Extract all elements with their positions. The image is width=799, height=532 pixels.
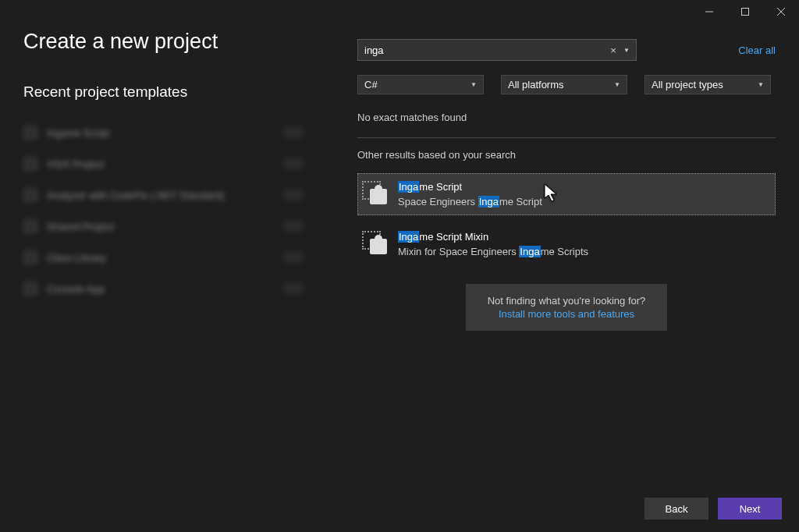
search-box[interactable]: × ▼ (357, 39, 637, 61)
recent-template-label: VSIX Project (47, 158, 273, 170)
language-filter[interactable]: C# ▼ (357, 75, 484, 94)
search-dropdown-icon[interactable]: ▼ (622, 47, 636, 54)
chevron-down-icon: ▼ (758, 81, 764, 88)
minimize-button[interactable] (691, 0, 727, 23)
install-tools-prompt: Not finding what you're looking for? Ins… (466, 284, 668, 331)
language-badge (282, 282, 304, 295)
project-type-filter-label: All project types (652, 79, 723, 90)
next-button[interactable]: Next (718, 498, 782, 520)
template-icon (364, 183, 387, 206)
result-title: Ingame Script (398, 181, 542, 193)
language-badge (282, 251, 304, 264)
search-result-item[interactable]: Ingame Script Mixin Mixin for Space Engi… (357, 223, 776, 265)
close-button[interactable] (763, 0, 799, 23)
chevron-down-icon: ▼ (471, 81, 477, 88)
recent-template-item[interactable]: Ingame Script (23, 126, 336, 140)
chevron-down-icon: ▼ (614, 81, 620, 88)
recent-templates-heading: Recent project templates (23, 83, 336, 101)
recent-template-item[interactable]: VSIX Project (23, 157, 336, 171)
recent-template-item[interactable]: Shared Project (23, 219, 336, 233)
prompt-text: Not finding what you're looking for? (488, 295, 646, 307)
recent-template-item[interactable]: Console App (23, 282, 336, 296)
other-results-heading: Other results based on your search (357, 149, 776, 161)
language-badge (282, 126, 304, 139)
template-icon (23, 250, 37, 264)
recent-template-label: Console App (47, 283, 273, 295)
language-badge (282, 189, 304, 201)
search-input[interactable] (358, 41, 605, 59)
recent-template-label: Class Library (47, 252, 273, 264)
recent-template-label: Analyzer with CodeFix (.NET Standard) (47, 190, 273, 201)
platform-filter[interactable]: All platforms ▼ (501, 75, 627, 94)
language-badge (282, 158, 304, 170)
divider (357, 137, 776, 138)
project-type-filter[interactable]: All project types ▼ (645, 75, 771, 94)
result-description: Mixin for Space Engineers Ingame Scripts (398, 246, 588, 257)
template-icon (23, 219, 37, 233)
language-badge (282, 220, 304, 232)
template-icon (23, 282, 37, 296)
recent-template-label: Shared Project (47, 221, 273, 232)
search-clear-icon[interactable]: × (605, 44, 622, 56)
result-title: Ingame Script Mixin (398, 231, 588, 243)
result-description: Space Engineers Ingame Script (398, 196, 542, 207)
recent-template-item[interactable]: Analyzer with CodeFix (.NET Standard) (23, 188, 336, 202)
recent-template-item[interactable]: Class Library (23, 250, 336, 264)
template-icon (364, 232, 387, 256)
platform-filter-label: All platforms (508, 79, 564, 90)
page-title: Create a new project (23, 30, 336, 54)
no-matches-text: No exact matches found (357, 112, 776, 123)
install-tools-link[interactable]: Install more tools and features (488, 308, 646, 320)
template-icon (23, 188, 37, 202)
recent-template-label: Ingame Script (47, 127, 273, 139)
svg-rect-1 (742, 9, 749, 16)
back-button[interactable]: Back (645, 498, 708, 520)
maximize-button[interactable] (727, 0, 763, 23)
template-icon (23, 157, 37, 171)
template-icon (23, 126, 37, 140)
clear-all-link[interactable]: Clear all (738, 44, 776, 56)
language-filter-label: C# (364, 79, 378, 90)
search-result-item[interactable]: Ingame Script Space Engineers Ingame Scr… (357, 173, 776, 215)
